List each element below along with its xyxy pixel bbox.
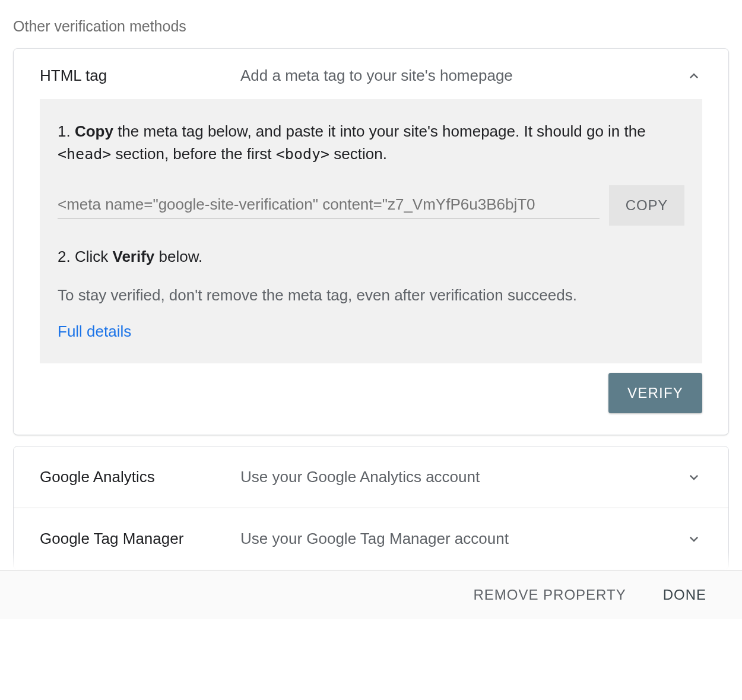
verify-button[interactable]: VERIFY	[608, 373, 702, 413]
html-tag-header[interactable]: HTML tag Add a meta tag to your site's h…	[14, 49, 728, 99]
step-2-end: below.	[154, 248, 202, 265]
verify-row: VERIFY	[14, 363, 728, 435]
step-1-number: 1.	[58, 122, 75, 140]
method-google-tag-manager[interactable]: Google Tag Manager Use your Google Tag M…	[14, 508, 728, 569]
step-2-bold: Verify	[112, 248, 154, 265]
stay-verified-note: To stay verified, don't remove the meta …	[58, 286, 684, 305]
section-title: Other verification methods	[13, 12, 729, 48]
step-1-text-c: section.	[329, 145, 387, 163]
html-tag-title: HTML tag	[40, 66, 240, 85]
meta-tag-input[interactable]	[58, 192, 600, 219]
method-title: Google Tag Manager	[40, 530, 240, 548]
step-1-text-b: section, before the first	[111, 145, 275, 163]
full-details-link[interactable]: Full details	[58, 322, 131, 341]
done-button[interactable]: DONE	[659, 586, 710, 604]
step-1: 1. Copy the meta tag below, and paste it…	[58, 121, 684, 165]
method-subtitle: Use your Google Analytics account	[240, 468, 686, 486]
chevron-up-icon	[686, 68, 702, 84]
meta-tag-row: COPY	[58, 185, 684, 226]
html-tag-body: 1. Copy the meta tag below, and paste it…	[40, 99, 702, 363]
step-1-code-head: <head>	[58, 145, 111, 163]
remove-property-button[interactable]: REMOVE PROPERTY	[470, 586, 629, 604]
copy-button[interactable]: COPY	[609, 185, 684, 226]
html-tag-card: HTML tag Add a meta tag to your site's h…	[13, 48, 729, 435]
chevron-down-icon	[686, 531, 702, 547]
step-1-text-a: the meta tag below, and paste it into yo…	[113, 122, 646, 140]
other-methods-list: Google Analytics Use your Google Analyti…	[13, 446, 729, 570]
dialog-footer: REMOVE PROPERTY DONE	[0, 570, 742, 619]
step-1-code-body: <body>	[276, 145, 329, 163]
step-2-prefix: 2. Click	[58, 248, 112, 265]
html-tag-subtitle: Add a meta tag to your site's homepage	[240, 66, 686, 85]
chevron-down-icon	[686, 469, 702, 486]
step-1-bold: Copy	[75, 122, 113, 140]
method-title: Google Analytics	[40, 468, 240, 486]
method-subtitle: Use your Google Tag Manager account	[240, 530, 686, 548]
step-2: 2. Click Verify below.	[58, 246, 684, 268]
method-google-analytics[interactable]: Google Analytics Use your Google Analyti…	[14, 446, 728, 508]
